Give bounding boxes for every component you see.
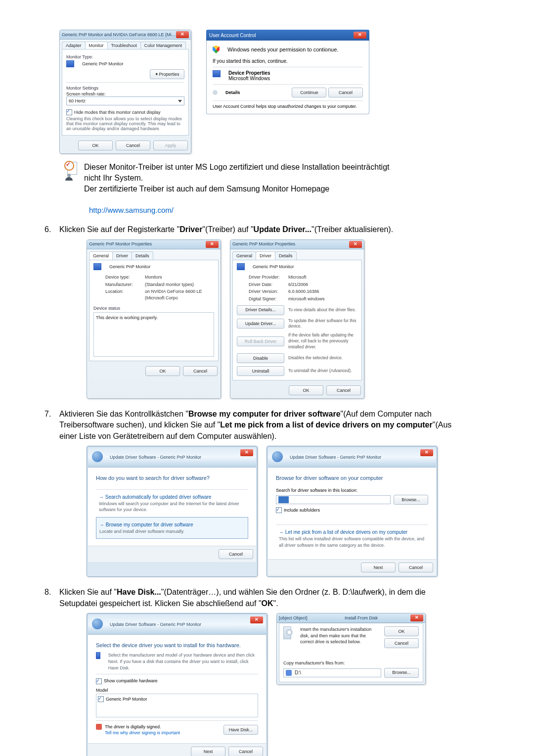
location-select[interactable] <box>276 495 391 504</box>
browse-button[interactable]: Browse... <box>384 668 419 678</box>
properties-button[interactable]: ✦ Properties <box>150 69 184 79</box>
refresh-rate-select[interactable]: 60 Hertz <box>66 96 184 105</box>
copy-from-label: Copy manufacturer's files from: <box>283 660 419 666</box>
ok-button[interactable]: OK <box>289 385 323 395</box>
chevron-down-icon[interactable] <box>213 90 218 95</box>
label: Device type: <box>105 274 145 281</box>
tab-monitor[interactable]: Monitor <box>85 42 108 49</box>
tab-details[interactable]: Details <box>132 251 153 260</box>
cancel-button[interactable]: Cancel <box>183 366 218 376</box>
value: Monitors <box>145 274 214 281</box>
value: microsoft windows <box>288 296 357 302</box>
tab-general[interactable]: General <box>89 251 113 260</box>
uac-title: User Account Control <box>209 33 354 38</box>
close-icon[interactable]: ✕ <box>206 241 219 248</box>
hide-modes-label: Hide modes that this monitor cannot disp… <box>74 110 161 115</box>
tab-adapter[interactable]: Adapter <box>62 42 86 49</box>
roll-back-driver-button[interactable]: Roll Back Driver <box>237 336 284 346</box>
device-status-box[interactable]: This device is working properly. <box>93 312 214 357</box>
next-button[interactable]: Next <box>361 563 396 572</box>
update-driver-button[interactable]: Update Driver... <box>237 319 284 329</box>
caption: To view details about the driver files. <box>288 307 356 313</box>
driver-details-button[interactable]: Driver Details... <box>237 305 284 315</box>
device-name: Generic PnP Monitor <box>253 264 294 270</box>
signed-label: The driver is digitally signed. <box>105 724 161 729</box>
label: Driver Date: <box>249 282 288 288</box>
dialog-title: Generic PnP Monitor Properties <box>89 241 206 247</box>
wizard-heading: Browse for driver software on your compu… <box>276 474 428 482</box>
tab-color[interactable]: Color Management <box>140 42 186 49</box>
close-icon[interactable]: ✕ <box>354 32 366 39</box>
uninstall-button[interactable]: Uninstall <box>237 366 284 376</box>
close-icon[interactable]: ✕ <box>250 616 263 623</box>
tab-strip: Adapter Monitor Troubleshoot Color Manag… <box>60 40 191 49</box>
cancel-button[interactable]: Cancel <box>328 88 363 97</box>
wizard-search-driver: Update Driver Software - Generic PnP Mon… <box>87 446 258 577</box>
show-compatible-checkbox[interactable] <box>96 678 102 684</box>
tab-details[interactable]: Details <box>275 251 297 260</box>
chevron-down-icon <box>178 100 182 102</box>
cancel-button[interactable]: Cancel <box>399 563 433 572</box>
cancel-button[interactable]: Cancel <box>228 747 263 756</box>
wizard-select-driver: Update Driver Software - Generic PnP Mon… <box>87 613 267 756</box>
label: Location: <box>105 288 145 301</box>
monitor-icon <box>96 652 100 659</box>
cancel-button[interactable]: Cancel <box>326 385 361 395</box>
model-heading: Model <box>96 687 258 694</box>
dialog-device-properties-general: Generic PnP Monitor Properties✕ General … <box>87 239 221 399</box>
model-listbox[interactable]: Generic PnP Monitor <box>96 694 258 717</box>
cancel-button[interactable]: Cancel <box>219 549 253 559</box>
signing-info-link[interactable]: Tell me why driver signing is important <box>105 730 180 736</box>
refresh-rate-label: Screen refresh rate: <box>66 92 184 96</box>
path-select[interactable]: D:\ <box>283 668 381 677</box>
close-icon[interactable]: ✕ <box>349 241 362 248</box>
path-value: D:\ <box>295 670 301 675</box>
back-button[interactable] <box>272 451 283 462</box>
next-button[interactable]: Next <box>191 747 225 756</box>
tab-troubleshoot[interactable]: Troubleshoot <box>107 42 141 49</box>
monitor-icon <box>237 263 245 270</box>
back-button[interactable] <box>92 618 103 629</box>
continue-button[interactable]: Continue <box>292 88 326 97</box>
shield-icon <box>213 46 220 53</box>
close-icon[interactable]: ✕ <box>420 449 433 456</box>
close-icon[interactable]: ✕ <box>410 614 423 621</box>
value: 6.0.6000.16386 <box>288 288 357 295</box>
option-browse-computer[interactable]: → Browse my computer for driver software… <box>96 517 248 539</box>
caption: Disables the selected device. <box>288 355 343 361</box>
tab-driver[interactable]: Driver <box>112 251 132 260</box>
wizard-browse-location: Update Driver Software - Generic PnP Mon… <box>267 446 438 577</box>
option-let-me-pick[interactable]: → Let me pick from a list of device driv… <box>276 524 428 552</box>
cancel-button[interactable]: Cancel <box>116 141 150 150</box>
include-subfolders-checkbox[interactable] <box>276 507 282 513</box>
option-search-auto[interactable]: → Search automatically for updated drive… <box>96 489 248 517</box>
model-checkbox[interactable] <box>98 696 104 702</box>
disk-icon <box>283 626 291 639</box>
cancel-button[interactable]: Cancel <box>384 638 419 648</box>
dialog-monitor-settings: Generic PnP Monitor and NVIDIA GeForce 6… <box>59 30 191 154</box>
disable-button[interactable]: Disable <box>237 353 284 363</box>
ok-button[interactable]: OK <box>78 141 113 150</box>
apply-button[interactable]: Apply <box>153 141 188 150</box>
ok-button[interactable]: OK <box>384 626 419 636</box>
have-disk-button[interactable]: Have Disk... <box>223 725 258 735</box>
uac-sub: If you started this action, continue. <box>213 58 363 64</box>
label: Digital Signer: <box>249 296 288 302</box>
hide-modes-checkbox[interactable] <box>66 109 72 115</box>
dialog-title: Generic PnP Monitor Properties <box>232 241 349 247</box>
value: on NVIDIA GeForce 6600 LE (Microsoft Cor… <box>145 288 214 301</box>
samsung-url[interactable]: http://www.samsung.com/ <box>89 206 174 214</box>
show-compatible-label: Show compatible hardware <box>104 678 158 683</box>
browse-button[interactable]: Browse... <box>394 495 428 505</box>
list-item[interactable]: Generic PnP Monitor <box>106 697 147 702</box>
tab-general[interactable]: General <box>232 251 256 260</box>
close-icon[interactable]: ✕ <box>176 31 189 38</box>
back-button[interactable] <box>92 451 103 462</box>
close-icon[interactable]: ✕ <box>240 449 253 456</box>
label: Driver Version: <box>249 288 288 295</box>
dialog-title: Install From Disk <box>345 615 410 621</box>
tab-driver[interactable]: Driver <box>256 251 275 260</box>
drive-icon <box>286 670 292 676</box>
ok-button[interactable]: OK <box>145 366 180 376</box>
details-toggle[interactable]: Details <box>225 90 240 95</box>
